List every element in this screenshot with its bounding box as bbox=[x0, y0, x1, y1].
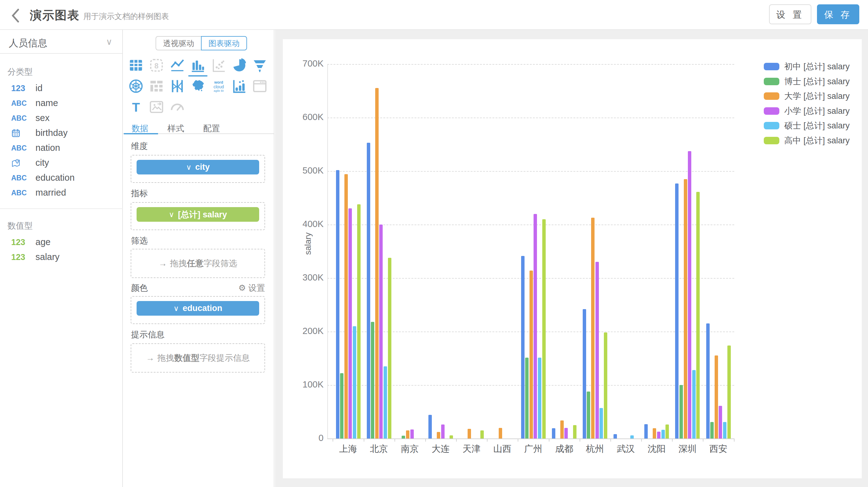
panel-tab-2[interactable]: 配置 bbox=[203, 123, 220, 134]
bar-深圳-series-1 bbox=[679, 385, 683, 439]
bar-上海-series-2 bbox=[344, 174, 348, 439]
bar-沈阳-series-3 bbox=[657, 432, 660, 439]
y-tick-label: 200K bbox=[280, 326, 323, 336]
bar-天津-series-2 bbox=[468, 429, 471, 439]
legend-label: 博士 [总计] salary bbox=[784, 76, 850, 87]
color-label: 颜色 bbox=[131, 282, 148, 294]
chevron-down-icon: ∨ bbox=[173, 304, 179, 313]
chart-type-text-icon[interactable]: T bbox=[128, 99, 144, 115]
dimension-chip-city[interactable]: ∨ city bbox=[136, 160, 259, 174]
svg-text:agile BI: agile BI bbox=[213, 89, 224, 92]
metric-chip-salary[interactable]: ∨ [总计] salary bbox=[136, 207, 259, 222]
x-axis-tick bbox=[703, 439, 704, 442]
bar-深圳-series-2 bbox=[684, 179, 687, 439]
legend-swatch bbox=[764, 63, 779, 70]
filter-dropzone[interactable]: → 拖拽任意字段筛选 bbox=[131, 249, 265, 278]
chart-type-bullet-icon[interactable] bbox=[231, 78, 247, 94]
bar-杭州-series-5 bbox=[604, 332, 607, 439]
chart-type-pie-icon[interactable] bbox=[231, 57, 247, 73]
x-axis-tick bbox=[518, 439, 518, 442]
legend-item-2[interactable]: 大学 [总计] salary bbox=[764, 90, 850, 102]
mode-tab-pivot[interactable]: 透视驱动 bbox=[156, 36, 201, 51]
mode-tab-chart[interactable]: 图表驱动 bbox=[201, 36, 247, 51]
bar-深圳-series-0 bbox=[675, 184, 679, 439]
bar-大连-series-0 bbox=[428, 415, 432, 439]
metric-chip-label: [总计] salary bbox=[178, 209, 227, 220]
plot-area: salary 0100K200K300K400K500K600K700K上海北京… bbox=[327, 64, 750, 439]
settings-button[interactable]: 设 置 bbox=[769, 4, 811, 24]
dataset-selector[interactable]: 人员信息 ∨ bbox=[0, 30, 122, 54]
legend-label: 高中 [总计] salary bbox=[784, 135, 850, 146]
field-name: id bbox=[35, 83, 42, 93]
field-item-city[interactable]: city bbox=[0, 156, 123, 171]
bar-杭州-series-0 bbox=[583, 309, 586, 439]
arrow-right-icon: → bbox=[146, 353, 154, 363]
x-axis-tick bbox=[395, 439, 395, 442]
page-title: 演示图表 bbox=[30, 7, 80, 23]
legend-label: 硕士 [总计] salary bbox=[784, 120, 850, 131]
field-item-salary[interactable]: 123salary bbox=[0, 250, 123, 265]
tooltip-dropzone[interactable]: → 拖拽数值型字段提示信息 bbox=[131, 343, 265, 372]
bar-西安-series-0 bbox=[706, 323, 710, 439]
color-dropzone[interactable]: ∨ education bbox=[131, 296, 265, 324]
field-name: education bbox=[35, 172, 75, 183]
save-button[interactable]: 保 存 bbox=[817, 4, 859, 24]
field-item-married[interactable]: ABCmarried bbox=[0, 186, 123, 201]
bar-南京-series-3 bbox=[410, 429, 414, 439]
legend-item-3[interactable]: 小学 [总计] salary bbox=[764, 105, 850, 117]
chart-type-image-icon bbox=[148, 99, 164, 115]
field-name: birthday bbox=[35, 128, 67, 138]
bar-西安-series-4 bbox=[723, 422, 726, 439]
svg-text:T: T bbox=[132, 100, 140, 115]
chart-type-parallel-icon[interactable] bbox=[169, 78, 185, 94]
gridline bbox=[327, 118, 734, 118]
bar-大连-series-3 bbox=[441, 424, 444, 439]
chart-type-bar-icon[interactable] bbox=[190, 57, 206, 73]
panel-tab-0[interactable]: 数据 bbox=[132, 123, 148, 134]
chart-type-table-icon[interactable] bbox=[128, 57, 144, 73]
chart-type-radar-icon[interactable] bbox=[128, 78, 144, 94]
legend-item-4[interactable]: 硕士 [总计] salary bbox=[764, 120, 850, 132]
chart-type-china-map-icon[interactable] bbox=[190, 78, 206, 94]
bar-北京-series-5 bbox=[388, 258, 392, 439]
bar-大连-series-2 bbox=[437, 432, 440, 439]
metric-dropzone[interactable]: ∨ [总计] salary bbox=[131, 202, 265, 230]
field-item-nation[interactable]: ABCnation bbox=[0, 141, 123, 156]
chart-type-scatter-icon bbox=[211, 57, 227, 73]
bar-北京-series-0 bbox=[367, 143, 370, 439]
bar-广州-series-2 bbox=[529, 270, 533, 439]
bar-沈阳-series-5 bbox=[665, 424, 669, 439]
chart-type-line-icon[interactable] bbox=[169, 57, 185, 73]
chart-type-word-cloud-icon[interactable]: wordcloudagile BI bbox=[211, 78, 227, 94]
color-chip-education[interactable]: ∨ education bbox=[136, 301, 259, 316]
field-name: age bbox=[35, 237, 51, 247]
bar-西安-series-2 bbox=[715, 355, 718, 439]
chart-type-funnel-icon[interactable] bbox=[252, 57, 268, 73]
bar-上海-series-0 bbox=[336, 170, 339, 439]
filter-hint: → 拖拽任意字段筛选 bbox=[131, 250, 265, 278]
x-axis-line bbox=[327, 439, 734, 439]
field-name: sex bbox=[35, 113, 50, 123]
bar-深圳-series-3 bbox=[688, 151, 691, 439]
number-field-icon: 123 bbox=[11, 82, 31, 95]
field-item-age[interactable]: 123age bbox=[0, 235, 123, 250]
bar-沈阳-series-4 bbox=[661, 430, 665, 439]
legend-item-5[interactable]: 高中 [总计] salary bbox=[764, 134, 850, 147]
legend-label: 大学 [总计] salary bbox=[784, 91, 850, 102]
legend-item-0[interactable]: 初中 [总计] salary bbox=[764, 60, 850, 73]
back-button[interactable] bbox=[8, 7, 24, 23]
panel-tab-1[interactable]: 样式 bbox=[167, 123, 184, 134]
legend-item-1[interactable]: 博士 [总计] salary bbox=[764, 75, 850, 88]
field-item-name[interactable]: ABCname bbox=[0, 96, 123, 111]
legend-swatch bbox=[764, 137, 779, 144]
field-item-birthday[interactable]: birthday bbox=[0, 126, 123, 141]
field-item-sex[interactable]: ABCsex bbox=[0, 111, 123, 126]
color-settings-button[interactable]: ⚙ 设置 bbox=[238, 282, 265, 294]
field-item-education[interactable]: ABCeducation bbox=[0, 171, 123, 186]
field-item-id[interactable]: 123id bbox=[0, 82, 123, 96]
bar-山西-series-2 bbox=[499, 428, 502, 439]
map-pin-icon bbox=[11, 156, 31, 170]
text-field-icon: ABC bbox=[11, 171, 31, 185]
bar-深圳-series-5 bbox=[696, 192, 700, 439]
dimension-dropzone[interactable]: ∨ city bbox=[131, 155, 265, 183]
